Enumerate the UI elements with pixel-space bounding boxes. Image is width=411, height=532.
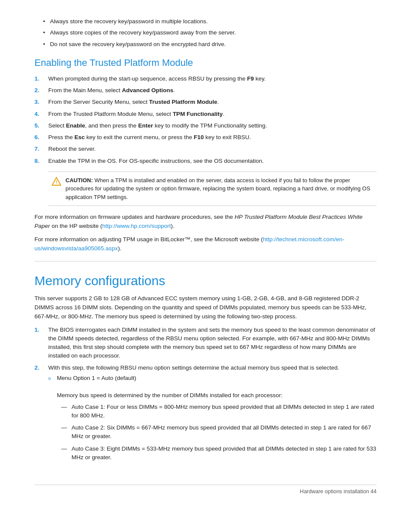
bullet-item-3: Do not save the recovery key/password on… (43, 40, 377, 49)
section-divider (34, 261, 377, 261)
caution-label: CAUTION: (65, 177, 93, 184)
section1-title: Enabling the Trusted Platform Module (34, 57, 377, 68)
section1-para2: For more information on adjusting TPM us… (34, 235, 377, 253)
step-1: 1. When prompted during the start-up seq… (34, 75, 377, 83)
dash-list: — Auto Case 1: Four or less DIMMs = 800-… (61, 403, 377, 462)
sub-item-text: Menu Option 1 = Auto (default) Memory bu… (57, 374, 377, 465)
mem-step-1: 1. The BIOS interrogates each DIMM insta… (34, 326, 377, 361)
section2-intro: This server supports 2 GB to 128 GB of A… (34, 294, 377, 321)
intro-bullet-list: Always store the recovery key/password i… (34, 17, 377, 49)
microsoft-link[interactable]: http://technet.microsoft.com/en-us/windo… (34, 236, 344, 252)
footer-text: Hardware options installation 44 (300, 488, 377, 495)
dash-item-2: — Auto Case 2: Six DIMMs = 667-MHz memor… (61, 423, 377, 441)
hp-support-link[interactable]: http://www.hp.com/support (102, 223, 171, 229)
svg-text:!: ! (56, 180, 57, 185)
sub-marker: o (48, 374, 57, 465)
step-6: 6. Press the Esc key to exit the current… (34, 133, 377, 142)
caution-text: CAUTION: When a TPM is installed and ena… (65, 176, 377, 202)
sub-item-1: o Menu Option 1 = Auto (default) Memory … (48, 374, 377, 465)
section2-steps: 1. The BIOS interrogates each DIMM insta… (34, 326, 377, 468)
step-4: 4. From the Trusted Platform Module Menu… (34, 110, 377, 118)
caution-box: ! CAUTION: When a TPM is installed and e… (48, 171, 377, 206)
footer: Hardware options installation 44 (34, 485, 377, 495)
caution-body: When a TPM is installed and enabled on t… (65, 177, 370, 200)
dash-item-3: — Auto Case 3: Eight DIMMs = 533-MHz mem… (61, 445, 377, 462)
section1-para1: For more information on firmware updates… (34, 213, 377, 231)
step-5: 5. Select Enable, and then press the Ent… (34, 121, 377, 130)
bullet-item-2: Always store copies of the recovery key/… (43, 28, 377, 37)
section1-steps: 1. When prompted during the start-up seq… (34, 75, 377, 165)
sub-list: o Menu Option 1 = Auto (default) Memory … (48, 374, 377, 465)
step-3: 3. From the Server Security Menu, select… (34, 98, 377, 106)
step-8: 8. Enable the TPM in the OS. For OS-spec… (34, 157, 377, 165)
step-7: 7. Reboot the server. (34, 145, 377, 153)
bullet-item-1: Always store the recovery key/password i… (43, 17, 377, 26)
mem-step-2: 2. With this step, the following RBSU me… (34, 364, 377, 468)
dash-item-1: — Auto Case 1: Four or less DIMMs = 800-… (61, 403, 377, 420)
caution-triangle-icon: ! (52, 177, 61, 186)
step-2: 2. From the Main Menu, select Advanced O… (34, 86, 377, 95)
section2-title: Memory configurations (34, 274, 377, 288)
